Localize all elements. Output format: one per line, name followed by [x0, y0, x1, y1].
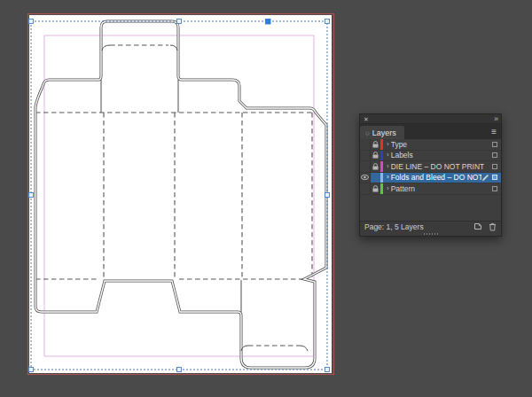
layer-list: › Type › Labels [360, 139, 501, 195]
layer-name[interactable]: Labels [391, 151, 413, 160]
collapse-icon[interactable]: » [494, 115, 497, 123]
tab-layers[interactable]: ◇ Layers [360, 126, 404, 139]
expander-icon[interactable]: › [387, 152, 389, 159]
eye-icon [361, 175, 369, 180]
target-square[interactable] [492, 152, 497, 158]
lock-icon[interactable] [371, 152, 380, 159]
selection-handle[interactable] [29, 193, 34, 198]
panel-menu-icon[interactable]: ≡ [491, 128, 497, 139]
close-icon[interactable]: ✕ [364, 116, 369, 122]
panel-tab-icon: ◇ [365, 129, 370, 136]
expander-icon[interactable]: › [387, 141, 389, 148]
layer-name[interactable]: Folds and Bleed – DO NOT PRINT [391, 173, 481, 182]
new-layer-button[interactable] [473, 222, 482, 230]
layer-color-bar [380, 151, 383, 161]
expander-icon[interactable]: › [387, 174, 389, 181]
layer-color-bar [380, 173, 383, 183]
delete-layer-button[interactable] [489, 222, 497, 231]
page[interactable] [29, 15, 332, 373]
visibility-toggle[interactable] [360, 183, 371, 194]
layer-row-die-line[interactable]: › DIE LINE – DO NOT PRINT [360, 161, 501, 173]
target-square[interactable] [492, 186, 497, 191]
page-layer-count: Page: 1, 5 Layers [364, 222, 467, 231]
layer-name[interactable]: DIE LINE – DO NOT PRINT [391, 162, 485, 171]
target-square[interactable] [492, 164, 497, 169]
selection-handle[interactable] [325, 368, 330, 372]
layer-row-folds-and-bleed[interactable]: › Folds and Bleed – DO NOT PRINT [360, 173, 501, 184]
layer-name[interactable]: Pattern [391, 184, 415, 193]
panel-tab-strip: ◇ Layers ≡ [360, 124, 501, 139]
selection-handle[interactable] [177, 368, 182, 372]
layer-color-bar [380, 139, 383, 150]
panel-empty-area [360, 195, 501, 221]
visibility-toggle[interactable] [360, 173, 371, 183]
selection-handle[interactable] [177, 19, 182, 24]
layers-panel: ✕ » ◇ Layers ≡ › Type [359, 113, 502, 237]
layer-color-bar [380, 183, 383, 194]
selection-handle[interactable] [29, 368, 34, 372]
layer-row-type[interactable]: › Type [360, 139, 501, 151]
pen-icon [481, 174, 489, 182]
panel-status-bar: Page: 1, 5 Layers [360, 221, 501, 232]
selection-handle[interactable] [325, 19, 330, 24]
layer-name[interactable]: Type [391, 140, 407, 149]
panel-title-bar: ✕ » [360, 114, 501, 124]
layer-row-labels[interactable]: › Labels [360, 151, 501, 162]
selection-handle-active[interactable] [266, 19, 271, 25]
lock-icon[interactable] [371, 163, 380, 170]
target-square-active[interactable] [492, 175, 497, 180]
lock-icon[interactable] [371, 141, 380, 148]
layer-color-bar [380, 161, 383, 172]
lock-icon[interactable] [371, 185, 380, 192]
visibility-toggle[interactable] [360, 151, 371, 161]
expander-icon[interactable]: › [387, 163, 389, 170]
resize-grip[interactable] [360, 232, 501, 236]
target-square[interactable] [492, 142, 497, 147]
expander-icon[interactable]: › [387, 185, 389, 192]
layer-row-pattern[interactable]: › Pattern [360, 183, 501, 195]
selection-handle[interactable] [325, 193, 330, 198]
tab-label: Layers [372, 128, 396, 137]
visibility-toggle[interactable] [360, 139, 371, 150]
selection-handle[interactable] [29, 19, 34, 24]
document-canvas[interactable]: ✕ » ◇ Layers ≡ › Type [0, 0, 532, 397]
visibility-toggle[interactable] [360, 161, 371, 172]
